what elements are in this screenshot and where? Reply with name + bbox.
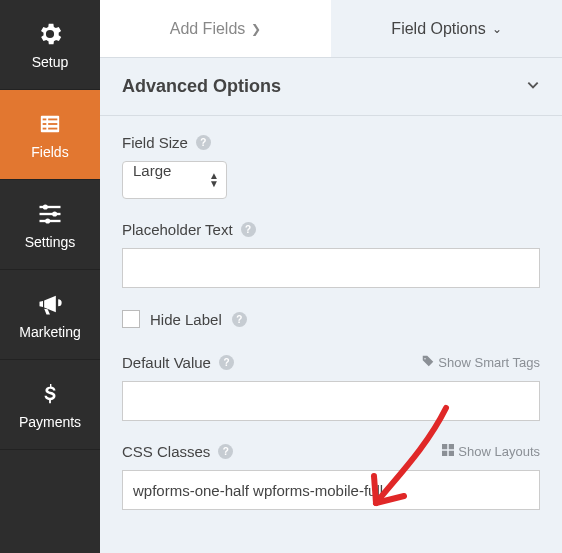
tab-add-fields[interactable]: Add Fields ❯	[100, 0, 331, 57]
sliders-icon	[36, 200, 64, 228]
svg-rect-5	[43, 127, 47, 129]
app: Setup Fields Settings Marketing Payments	[0, 0, 562, 553]
svg-rect-15	[442, 451, 447, 456]
main-panel: Add Fields ❯ Field Options ⌄ Advanced Op…	[100, 0, 562, 553]
section-title: Advanced Options	[122, 76, 281, 97]
svg-rect-3	[43, 123, 47, 125]
sidebar-item-fields[interactable]: Fields	[0, 90, 100, 180]
gear-icon	[36, 20, 64, 48]
sidebar-item-settings[interactable]: Settings	[0, 180, 100, 270]
show-layouts-label: Show Layouts	[458, 444, 540, 459]
show-layouts-link[interactable]: Show Layouts	[442, 444, 540, 459]
default-value-input[interactable]	[122, 381, 540, 421]
css-classes-label: CSS Classes	[122, 443, 210, 460]
sidebar-item-label: Fields	[31, 144, 68, 160]
field-size-select[interactable]: Large ▲▼	[122, 161, 227, 199]
field-size-label: Field Size	[122, 134, 188, 151]
hide-label-text: Hide Label	[150, 311, 222, 328]
tab-field-options[interactable]: Field Options ⌄	[331, 0, 562, 57]
svg-rect-6	[48, 127, 57, 129]
chevron-right-icon: ❯	[251, 22, 261, 36]
show-smart-tags-link[interactable]: Show Smart Tags	[422, 355, 540, 370]
sidebar-item-payments[interactable]: Payments	[0, 360, 100, 450]
advanced-options-panel: Field Size ? Large ▲▼ Placeholder Text ?	[100, 116, 562, 540]
sidebar-item-marketing[interactable]: Marketing	[0, 270, 100, 360]
chevron-down-icon: ⌄	[492, 22, 502, 36]
tab-label: Add Fields	[170, 20, 246, 38]
help-icon[interactable]: ?	[196, 135, 211, 150]
help-icon[interactable]: ?	[241, 222, 256, 237]
tabs: Add Fields ❯ Field Options ⌄	[100, 0, 562, 58]
default-value-group: Default Value ? Show Smart Tags	[122, 354, 540, 421]
field-size-group: Field Size ? Large ▲▼	[122, 134, 540, 199]
help-icon[interactable]: ?	[232, 312, 247, 327]
svg-point-12	[45, 218, 50, 223]
help-icon[interactable]: ?	[219, 355, 234, 370]
hide-label-checkbox[interactable]	[122, 310, 140, 328]
hide-label-group: Hide Label ?	[122, 310, 540, 328]
svg-point-11	[52, 211, 57, 216]
svg-rect-8	[40, 212, 61, 214]
bullhorn-icon	[36, 290, 64, 318]
list-icon	[36, 110, 64, 138]
dollar-icon	[36, 380, 64, 408]
svg-rect-14	[449, 444, 454, 449]
section-header-advanced[interactable]: Advanced Options	[100, 58, 562, 116]
sidebar-item-setup[interactable]: Setup	[0, 0, 100, 90]
sidebar: Setup Fields Settings Marketing Payments	[0, 0, 100, 553]
svg-rect-2	[48, 118, 57, 120]
tab-label: Field Options	[391, 20, 485, 38]
svg-rect-4	[48, 123, 57, 125]
sidebar-item-label: Payments	[19, 414, 81, 430]
svg-point-10	[43, 204, 48, 209]
svg-rect-16	[449, 451, 454, 456]
placeholder-input[interactable]	[122, 248, 540, 288]
chevron-down-icon	[526, 78, 540, 96]
help-icon[interactable]: ?	[218, 444, 233, 459]
placeholder-label: Placeholder Text	[122, 221, 233, 238]
sidebar-item-label: Setup	[32, 54, 69, 70]
tag-icon	[422, 355, 434, 370]
svg-rect-13	[442, 444, 447, 449]
smart-tags-label: Show Smart Tags	[438, 355, 540, 370]
svg-rect-7	[40, 205, 61, 207]
default-value-label: Default Value	[122, 354, 211, 371]
svg-rect-1	[43, 118, 47, 120]
field-size-value: Large	[122, 161, 227, 199]
sidebar-item-label: Marketing	[19, 324, 80, 340]
css-classes-group: CSS Classes ? Show Layouts	[122, 443, 540, 510]
sidebar-item-label: Settings	[25, 234, 76, 250]
grid-icon	[442, 444, 454, 459]
css-classes-input[interactable]	[122, 470, 540, 510]
placeholder-group: Placeholder Text ?	[122, 221, 540, 288]
